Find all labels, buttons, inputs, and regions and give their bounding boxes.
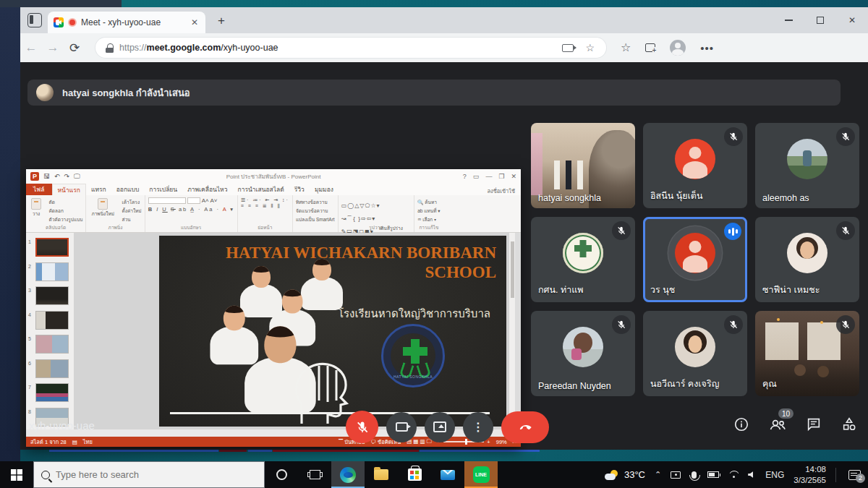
paste-button[interactable]: วาง xyxy=(29,197,43,218)
slide-thumbnail[interactable]: 6 xyxy=(26,359,74,379)
slide-thumbnail[interactable]: 7 xyxy=(26,383,74,403)
minimize-button[interactable] xyxy=(773,7,804,33)
collections-icon[interactable] xyxy=(645,43,655,52)
ppt-tab-file[interactable]: ไฟล์ xyxy=(26,184,52,195)
font-size-box[interactable] xyxy=(187,197,200,204)
ppt-tab[interactable]: ออกแบบ xyxy=(111,184,145,195)
participants-panel-icon[interactable]: 10 xyxy=(768,416,787,435)
cortana-button[interactable] xyxy=(265,461,298,488)
slide-thumbnail[interactable]: 2 xyxy=(26,262,74,282)
close-button[interactable]: ✕ xyxy=(836,7,868,33)
clock[interactable]: 14:08 3/3/2565 xyxy=(793,464,826,486)
add-favorite-icon[interactable]: ☆ xyxy=(585,43,595,53)
chat-panel-icon[interactable] xyxy=(806,416,822,435)
maximize-button[interactable] xyxy=(804,7,836,33)
participant-tile[interactable]: คุณ xyxy=(755,311,859,396)
participant-tile[interactable]: วร นุช xyxy=(643,217,747,302)
tray-expand-icon[interactable]: ⌃ xyxy=(655,470,661,479)
select-button[interactable]: ⮹ เลือก ▾ xyxy=(417,216,440,223)
font-name-box[interactable] xyxy=(148,197,186,204)
ppt-tab[interactable]: หน้าแรก xyxy=(52,184,86,195)
find-button[interactable]: 🔍 ค้นหา xyxy=(417,199,440,206)
ppt-tab[interactable]: รีวิว xyxy=(289,184,310,195)
cast-display-icon[interactable] xyxy=(671,471,681,479)
ppt-tab[interactable]: การนำเสนอสไลด์ xyxy=(233,184,289,195)
participant-tile[interactable]: อิสนีน นุ้ยเต็น xyxy=(643,123,747,208)
tab-close-icon[interactable]: ✕ xyxy=(190,17,200,27)
ppt-ribbon-options-icon[interactable]: ▭ xyxy=(473,173,480,180)
start-button[interactable] xyxy=(0,461,33,488)
volume-icon[interactable] xyxy=(748,471,753,478)
notes-indicator-icon[interactable]: ▤ xyxy=(72,439,77,445)
new-tab-button[interactable]: + xyxy=(213,14,230,28)
ppt-restore-icon[interactable]: ❐ xyxy=(498,173,504,180)
tray-microphone-icon[interactable] xyxy=(692,471,697,479)
participant-tile[interactable]: hatyai songkhla xyxy=(531,123,635,208)
task-view-button[interactable] xyxy=(298,461,331,488)
slide-thumbnail[interactable]: 4 xyxy=(26,311,74,330)
wifi-icon[interactable] xyxy=(728,471,739,479)
browser-menu-icon[interactable]: ••• xyxy=(700,42,714,54)
ppt-minimize-icon[interactable]: — xyxy=(485,173,492,180)
taskbar-mail-icon[interactable] xyxy=(431,461,464,488)
tab-actions-icon[interactable] xyxy=(27,13,42,27)
smartart-button[interactable]: แปลงเป็น SmartArt xyxy=(296,216,335,223)
align-buttons[interactable]: ≡ ≡ ≡ ≣ ⫴ ⫼ xyxy=(241,203,289,209)
activities-icon[interactable] xyxy=(841,416,858,435)
ppt-help-icon[interactable]: ? xyxy=(463,173,467,180)
format-painter-button[interactable]: ตัวคัดวางรูปแบบ xyxy=(48,216,82,223)
ppt-tab[interactable]: มุมมอง xyxy=(310,184,339,195)
font-style-buttons[interactable]: B I U S ab A̲ · Aa · A ▾ xyxy=(148,206,234,213)
url-text[interactable]: https://meet.google.com/xyh-uyoo-uae xyxy=(119,43,556,53)
taskbar-search[interactable] xyxy=(33,461,265,488)
replace-button[interactable]: ab แทนที่ ▾ xyxy=(417,207,440,215)
taskbar-line-icon[interactable]: LINE xyxy=(464,461,498,488)
layout-button[interactable]: เค้าโครง xyxy=(122,199,141,206)
new-slide-button[interactable]: ภาพนิ่งใหม่ xyxy=(89,197,116,218)
participant-tile[interactable]: กศน. ท่าแพ xyxy=(531,217,635,302)
slide-thumbnail-panel[interactable]: 1 2 3 4 5 6 7 8 xyxy=(26,233,74,429)
mic-off-button[interactable] xyxy=(346,411,378,443)
search-input[interactable] xyxy=(56,469,257,480)
input-language[interactable]: ENG xyxy=(765,470,784,480)
participant-tile[interactable]: aleemoh as xyxy=(755,123,859,208)
participant-tile[interactable]: ซาฟีน่า เหมชะ xyxy=(755,217,859,302)
browser-tab[interactable]: Meet - xyh-uyoo-uae ✕ xyxy=(48,12,205,33)
list-buttons[interactable]: ☰· ≔· ⇤ ⇥ ↕· xyxy=(241,197,289,203)
text-direction-button[interactable]: ทิศทางข้อความ xyxy=(296,199,335,206)
language-indicator[interactable]: ไทย xyxy=(83,437,93,446)
more-options-button[interactable]: ⋮ xyxy=(463,412,493,442)
slide-thumbnail[interactable]: 1 xyxy=(26,238,74,257)
participant-tile[interactable]: Pareedan Nuyden xyxy=(531,311,635,396)
weather-widget[interactable]: 33°C xyxy=(605,469,645,480)
ppt-scrollbar[interactable] xyxy=(509,233,515,429)
meeting-details-icon[interactable] xyxy=(733,416,749,435)
camera-button[interactable] xyxy=(386,412,417,442)
align-text-button[interactable]: จัดแนวข้อความ xyxy=(296,207,335,215)
ppt-tab[interactable]: การเปลี่ยน xyxy=(144,184,182,195)
ppt-sign-in[interactable]: ลงชื่อเข้าใช้ xyxy=(487,187,521,195)
ppt-close-icon[interactable]: ✕ xyxy=(511,173,516,180)
slide-thumbnail[interactable]: 5 xyxy=(26,335,74,354)
end-call-button[interactable] xyxy=(501,411,549,443)
taskbar-file-explorer-icon[interactable] xyxy=(365,461,398,488)
reset-button[interactable]: ตั้งค่าใหม่ xyxy=(122,207,141,215)
ppt-tab[interactable]: แทรก xyxy=(86,184,111,195)
refresh-icon[interactable]: ⟳ xyxy=(64,40,85,56)
tab-camera-in-use-icon[interactable] xyxy=(562,44,574,52)
profile-avatar[interactable] xyxy=(670,40,686,56)
cut-button[interactable]: ตัด xyxy=(48,199,82,206)
favorites-icon[interactable]: ☆ xyxy=(621,42,631,53)
action-center-icon[interactable]: 2 xyxy=(848,470,861,480)
participant-tile[interactable]: นอวีณาร์ คงเจริญ xyxy=(643,311,747,396)
back-icon[interactable]: ← xyxy=(20,40,42,55)
copy-button[interactable]: คัดลอก xyxy=(48,207,82,215)
ppt-tab[interactable]: ภาพเคลื่อนไหว xyxy=(182,184,232,195)
address-bar[interactable]: https://meet.google.com/xyh-uyoo-uae ☆ xyxy=(95,38,606,58)
slide-thumbnail[interactable]: 3 xyxy=(26,286,74,306)
taskbar-store-icon[interactable] xyxy=(398,461,431,488)
forward-icon[interactable]: → xyxy=(42,40,64,55)
battery-icon[interactable] xyxy=(707,471,719,478)
taskbar-edge-icon[interactable] xyxy=(331,461,365,488)
section-button[interactable]: ส่วน xyxy=(122,216,141,223)
